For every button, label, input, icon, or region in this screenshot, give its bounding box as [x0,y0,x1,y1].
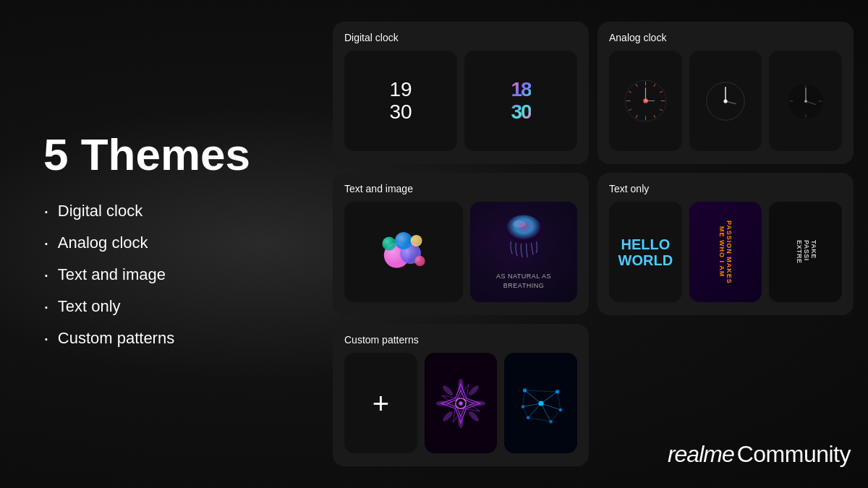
theme-label: Analog clock [58,234,148,252]
digital-clock-card: Digital clock 19 30 18 30 [333,22,589,164]
svg-point-30 [395,232,412,249]
svg-point-45 [458,415,463,428]
svg-point-42 [467,384,480,397]
svg-point-66 [526,416,529,419]
svg-line-3 [660,91,663,93]
brand-community: Community [737,441,851,468]
svg-point-44 [467,409,480,422]
bubble-item [344,202,463,302]
colored-clock-time: 18 30 [511,79,530,124]
svg-line-55 [524,390,557,392]
take-item: TAKEPASSIEXTRE [769,202,842,302]
svg-line-58 [528,417,551,421]
svg-point-64 [558,408,562,411]
brand-realme: realme [668,441,734,468]
analog-clock-items [609,51,842,151]
list-item: Custom patterns [43,327,250,350]
svg-line-57 [550,410,561,421]
svg-point-41 [458,378,463,391]
passion-text: PASSION MAKESME WHO I AM [718,221,733,284]
svg-line-2 [654,84,655,87]
jellyfish-svg [498,208,549,266]
text-only-items: HELLO WORLD PASSION MAKESME WHO I AM TAK… [609,202,842,302]
svg-point-31 [382,236,396,250]
svg-point-33 [414,255,425,265]
svg-point-46 [441,409,454,422]
custom-patterns-items: + [344,353,577,453]
brand: realme Community [668,441,851,468]
passion-item: PASSION MAKESME WHO I AM [689,202,762,302]
analog-clock-item-3 [769,51,842,151]
svg-line-11 [629,91,631,93]
text-and-image-items: AS NATURAL AS BREATHING [344,202,577,302]
network-svg [515,377,567,429]
svg-point-67 [521,405,524,408]
custom-patterns-title: Custom patterns [344,334,577,346]
svg-point-40 [459,401,462,405]
svg-line-59 [522,406,527,417]
svg-line-60 [522,390,524,407]
svg-line-6 [654,115,655,118]
breathing-text: AS NATURAL AS BREATHING [490,266,557,296]
jellyfish-item: AS NATURAL AS BREATHING [470,202,577,302]
svg-point-61 [538,401,543,406]
svg-line-49 [524,390,541,403]
analog-clock-svg-3 [784,80,827,123]
digital-clock-items: 19 30 18 30 [344,51,577,151]
analog-clock-card: Analog clock [597,22,854,164]
plain-clock-time: 19 30 [389,79,412,124]
svg-point-34 [506,215,542,243]
colored-clock-item: 18 30 [464,51,577,151]
list-item: Text only [43,295,250,318]
analog-clock-title: Analog clock [609,32,842,43]
theme-label: Custom patterns [58,329,174,348]
hello-world-text: HELLO WORLD [618,236,673,268]
text-and-image-title: Text and image [344,183,577,194]
list-item: Digital clock [43,200,250,223]
network-pattern-item [504,353,577,453]
theme-label: Text only [58,297,121,316]
svg-point-65 [549,419,553,423]
digital-clock-title: Digital clock [344,32,577,43]
svg-line-5 [660,109,663,111]
list-item: Text and image [43,263,250,286]
theme-label: Text and image [58,265,166,284]
text-only-card: Text only HELLO WORLD PASSION MAKESME WH… [597,173,854,315]
svg-point-35 [513,220,526,228]
svg-line-9 [629,109,631,111]
analog-clock-item-2 [689,51,762,151]
left-panel: 5 Themes Digital clock Analog clock Text… [43,129,250,358]
mandala-pattern-item [425,353,498,453]
list-item: Analog clock [43,231,250,254]
svg-point-48 [441,384,454,397]
hello-world-item: HELLO WORLD [609,202,682,302]
svg-line-12 [636,84,637,87]
plus-icon: + [373,389,389,418]
svg-point-19 [723,99,727,103]
svg-line-8 [636,115,637,118]
bubbles-svg [375,223,433,281]
svg-point-32 [411,235,422,247]
take-text: TAKEPASSIEXTRE [795,240,817,264]
right-panel: Digital clock 19 30 18 30 Analog clock [318,22,868,466]
text-only-title: Text only [609,183,842,194]
svg-point-43 [472,401,485,406]
add-pattern-item[interactable]: + [344,353,417,453]
svg-point-63 [555,390,558,393]
analog-clock-svg-2 [700,76,751,127]
theme-label: Digital clock [58,202,142,221]
text-and-image-card: Text and image [333,173,589,315]
custom-patterns-card: Custom patterns + [333,324,589,466]
mandala-svg [435,377,487,429]
plain-clock-item: 19 30 [344,51,457,151]
svg-line-50 [541,391,558,403]
svg-line-56 [557,391,561,409]
svg-point-47 [436,401,449,406]
svg-point-62 [522,388,526,392]
theme-list: Digital clock Analog clock Text and imag… [43,200,250,350]
svg-point-27 [804,100,807,103]
main-title: 5 Themes [43,129,250,179]
analog-clock-svg-1 [622,77,669,124]
analog-clock-item-1 [609,51,682,151]
